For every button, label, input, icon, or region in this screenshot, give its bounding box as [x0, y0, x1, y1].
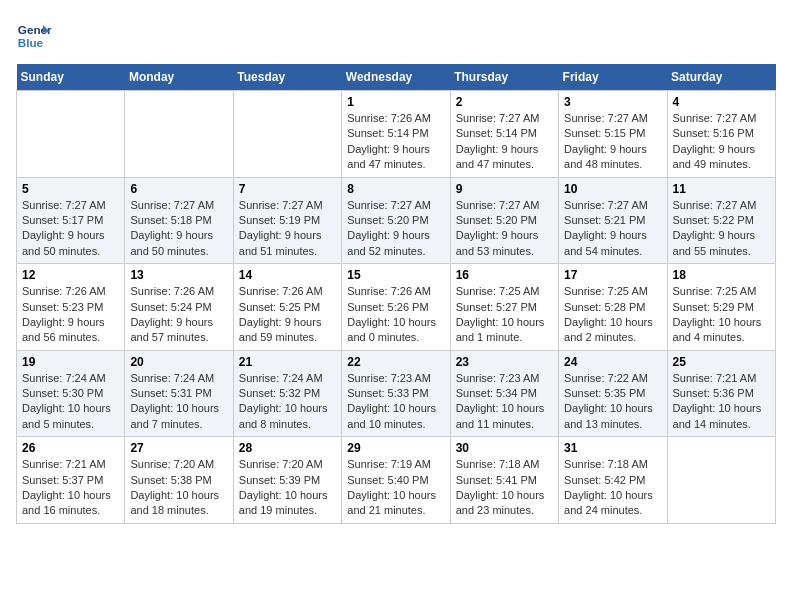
day-info: Sunrise: 7:27 AM Sunset: 5:14 PM Dayligh…	[456, 111, 553, 173]
calendar-week-row: 5Sunrise: 7:27 AM Sunset: 5:17 PM Daylig…	[17, 177, 776, 264]
weekday-header-row: SundayMondayTuesdayWednesdayThursdayFrid…	[17, 64, 776, 91]
weekday-header: Sunday	[17, 64, 125, 91]
day-info: Sunrise: 7:25 AM Sunset: 5:27 PM Dayligh…	[456, 284, 553, 346]
day-number: 23	[456, 355, 553, 369]
calendar-cell: 8Sunrise: 7:27 AM Sunset: 5:20 PM Daylig…	[342, 177, 450, 264]
calendar-cell: 25Sunrise: 7:21 AM Sunset: 5:36 PM Dayli…	[667, 350, 775, 437]
calendar-cell: 6Sunrise: 7:27 AM Sunset: 5:18 PM Daylig…	[125, 177, 233, 264]
day-info: Sunrise: 7:20 AM Sunset: 5:39 PM Dayligh…	[239, 457, 336, 519]
calendar-week-row: 26Sunrise: 7:21 AM Sunset: 5:37 PM Dayli…	[17, 437, 776, 524]
calendar-cell: 13Sunrise: 7:26 AM Sunset: 5:24 PM Dayli…	[125, 264, 233, 351]
calendar-cell	[125, 91, 233, 178]
day-number: 29	[347, 441, 444, 455]
calendar-cell: 19Sunrise: 7:24 AM Sunset: 5:30 PM Dayli…	[17, 350, 125, 437]
calendar-cell: 14Sunrise: 7:26 AM Sunset: 5:25 PM Dayli…	[233, 264, 341, 351]
day-info: Sunrise: 7:27 AM Sunset: 5:21 PM Dayligh…	[564, 198, 661, 260]
weekday-header: Thursday	[450, 64, 558, 91]
calendar-cell: 26Sunrise: 7:21 AM Sunset: 5:37 PM Dayli…	[17, 437, 125, 524]
day-number: 4	[673, 95, 770, 109]
calendar-cell	[17, 91, 125, 178]
calendar-table: SundayMondayTuesdayWednesdayThursdayFrid…	[16, 64, 776, 524]
day-number: 28	[239, 441, 336, 455]
day-number: 20	[130, 355, 227, 369]
day-info: Sunrise: 7:18 AM Sunset: 5:42 PM Dayligh…	[564, 457, 661, 519]
calendar-cell: 28Sunrise: 7:20 AM Sunset: 5:39 PM Dayli…	[233, 437, 341, 524]
day-info: Sunrise: 7:27 AM Sunset: 5:22 PM Dayligh…	[673, 198, 770, 260]
day-info: Sunrise: 7:26 AM Sunset: 5:14 PM Dayligh…	[347, 111, 444, 173]
day-number: 12	[22, 268, 119, 282]
calendar-cell: 17Sunrise: 7:25 AM Sunset: 5:28 PM Dayli…	[559, 264, 667, 351]
weekday-header: Friday	[559, 64, 667, 91]
day-info: Sunrise: 7:27 AM Sunset: 5:18 PM Dayligh…	[130, 198, 227, 260]
day-number: 14	[239, 268, 336, 282]
day-info: Sunrise: 7:25 AM Sunset: 5:29 PM Dayligh…	[673, 284, 770, 346]
calendar-week-row: 12Sunrise: 7:26 AM Sunset: 5:23 PM Dayli…	[17, 264, 776, 351]
weekday-header: Tuesday	[233, 64, 341, 91]
day-number: 2	[456, 95, 553, 109]
calendar-cell: 21Sunrise: 7:24 AM Sunset: 5:32 PM Dayli…	[233, 350, 341, 437]
day-number: 11	[673, 182, 770, 196]
day-info: Sunrise: 7:26 AM Sunset: 5:23 PM Dayligh…	[22, 284, 119, 346]
day-info: Sunrise: 7:24 AM Sunset: 5:32 PM Dayligh…	[239, 371, 336, 433]
day-info: Sunrise: 7:27 AM Sunset: 5:20 PM Dayligh…	[347, 198, 444, 260]
day-number: 26	[22, 441, 119, 455]
day-info: Sunrise: 7:21 AM Sunset: 5:36 PM Dayligh…	[673, 371, 770, 433]
svg-text:Blue: Blue	[18, 36, 44, 49]
day-number: 3	[564, 95, 661, 109]
calendar-cell: 2Sunrise: 7:27 AM Sunset: 5:14 PM Daylig…	[450, 91, 558, 178]
day-number: 30	[456, 441, 553, 455]
day-info: Sunrise: 7:19 AM Sunset: 5:40 PM Dayligh…	[347, 457, 444, 519]
day-number: 6	[130, 182, 227, 196]
calendar-cell	[233, 91, 341, 178]
weekday-header: Saturday	[667, 64, 775, 91]
calendar-cell: 27Sunrise: 7:20 AM Sunset: 5:38 PM Dayli…	[125, 437, 233, 524]
calendar-cell: 22Sunrise: 7:23 AM Sunset: 5:33 PM Dayli…	[342, 350, 450, 437]
logo: General Blue	[16, 16, 56, 52]
calendar-cell: 10Sunrise: 7:27 AM Sunset: 5:21 PM Dayli…	[559, 177, 667, 264]
calendar-cell: 29Sunrise: 7:19 AM Sunset: 5:40 PM Dayli…	[342, 437, 450, 524]
calendar-week-row: 19Sunrise: 7:24 AM Sunset: 5:30 PM Dayli…	[17, 350, 776, 437]
calendar-cell: 16Sunrise: 7:25 AM Sunset: 5:27 PM Dayli…	[450, 264, 558, 351]
day-info: Sunrise: 7:20 AM Sunset: 5:38 PM Dayligh…	[130, 457, 227, 519]
calendar-cell: 24Sunrise: 7:22 AM Sunset: 5:35 PM Dayli…	[559, 350, 667, 437]
day-number: 21	[239, 355, 336, 369]
day-info: Sunrise: 7:23 AM Sunset: 5:34 PM Dayligh…	[456, 371, 553, 433]
day-number: 22	[347, 355, 444, 369]
calendar-cell: 5Sunrise: 7:27 AM Sunset: 5:17 PM Daylig…	[17, 177, 125, 264]
day-info: Sunrise: 7:23 AM Sunset: 5:33 PM Dayligh…	[347, 371, 444, 433]
day-number: 15	[347, 268, 444, 282]
calendar-cell: 23Sunrise: 7:23 AM Sunset: 5:34 PM Dayli…	[450, 350, 558, 437]
day-info: Sunrise: 7:27 AM Sunset: 5:20 PM Dayligh…	[456, 198, 553, 260]
day-number: 13	[130, 268, 227, 282]
day-number: 7	[239, 182, 336, 196]
calendar-cell	[667, 437, 775, 524]
day-number: 19	[22, 355, 119, 369]
calendar-cell: 9Sunrise: 7:27 AM Sunset: 5:20 PM Daylig…	[450, 177, 558, 264]
day-number: 25	[673, 355, 770, 369]
day-number: 9	[456, 182, 553, 196]
day-info: Sunrise: 7:27 AM Sunset: 5:15 PM Dayligh…	[564, 111, 661, 173]
day-info: Sunrise: 7:27 AM Sunset: 5:17 PM Dayligh…	[22, 198, 119, 260]
calendar-cell: 15Sunrise: 7:26 AM Sunset: 5:26 PM Dayli…	[342, 264, 450, 351]
calendar-cell: 1Sunrise: 7:26 AM Sunset: 5:14 PM Daylig…	[342, 91, 450, 178]
calendar-cell: 31Sunrise: 7:18 AM Sunset: 5:42 PM Dayli…	[559, 437, 667, 524]
weekday-header: Wednesday	[342, 64, 450, 91]
day-info: Sunrise: 7:27 AM Sunset: 5:16 PM Dayligh…	[673, 111, 770, 173]
day-info: Sunrise: 7:26 AM Sunset: 5:24 PM Dayligh…	[130, 284, 227, 346]
day-info: Sunrise: 7:22 AM Sunset: 5:35 PM Dayligh…	[564, 371, 661, 433]
day-info: Sunrise: 7:21 AM Sunset: 5:37 PM Dayligh…	[22, 457, 119, 519]
day-number: 18	[673, 268, 770, 282]
day-info: Sunrise: 7:24 AM Sunset: 5:30 PM Dayligh…	[22, 371, 119, 433]
day-number: 31	[564, 441, 661, 455]
calendar-cell: 11Sunrise: 7:27 AM Sunset: 5:22 PM Dayli…	[667, 177, 775, 264]
calendar-cell: 3Sunrise: 7:27 AM Sunset: 5:15 PM Daylig…	[559, 91, 667, 178]
calendar-cell: 18Sunrise: 7:25 AM Sunset: 5:29 PM Dayli…	[667, 264, 775, 351]
calendar-cell: 12Sunrise: 7:26 AM Sunset: 5:23 PM Dayli…	[17, 264, 125, 351]
day-number: 24	[564, 355, 661, 369]
day-info: Sunrise: 7:25 AM Sunset: 5:28 PM Dayligh…	[564, 284, 661, 346]
day-number: 10	[564, 182, 661, 196]
day-info: Sunrise: 7:18 AM Sunset: 5:41 PM Dayligh…	[456, 457, 553, 519]
calendar-week-row: 1Sunrise: 7:26 AM Sunset: 5:14 PM Daylig…	[17, 91, 776, 178]
weekday-header: Monday	[125, 64, 233, 91]
day-number: 17	[564, 268, 661, 282]
